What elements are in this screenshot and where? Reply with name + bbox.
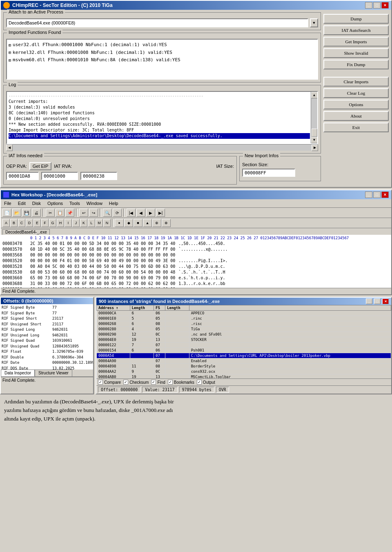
col-length2[interactable]: Length bbox=[165, 305, 189, 311]
hex-minimize-btn[interactable]: _ bbox=[365, 191, 372, 198]
hex-menu-tools[interactable]: Tools bbox=[66, 200, 83, 207]
close-button[interactable]: ✕ bbox=[381, 2, 389, 9]
toolbar-print[interactable]: 🖨 bbox=[32, 209, 41, 217]
toolbar-btn-a[interactable]: A bbox=[2, 219, 10, 227]
fix-dump-button[interactable]: Fix Dump bbox=[323, 60, 389, 69]
exit-button[interactable]: Exit bbox=[323, 122, 389, 132]
hscroll-left-btn[interactable]: ◀ bbox=[6, 145, 13, 151]
toolbar-btn-t[interactable]: ⊗ bbox=[162, 219, 171, 227]
hex-file-tab[interactable]: DecodedBase64-_.exe bbox=[2, 229, 50, 235]
bookmarks-checkbox[interactable]: ✓ Bookmarks bbox=[168, 380, 194, 385]
toolbar-btn-j[interactable]: J bbox=[72, 219, 80, 227]
toolbar-btn-g[interactable]: G bbox=[49, 219, 56, 227]
hex-menu-disk[interactable]: Disk bbox=[29, 200, 44, 207]
toolbar-btn-l[interactable]: L bbox=[88, 219, 95, 227]
find-checkbox[interactable]: ✓ Find bbox=[151, 380, 165, 385]
scroll-up-btn[interactable]: ▲ bbox=[311, 92, 318, 98]
iat-rva-input[interactable] bbox=[41, 172, 78, 180]
toolbar-btn-d[interactable]: D bbox=[26, 219, 33, 227]
toolbar-btn-h[interactable]: H bbox=[57, 219, 64, 227]
clear-log-button[interactable]: Clear Log bbox=[323, 88, 389, 98]
tab-data-inspector[interactable]: Data Inspector bbox=[1, 369, 35, 376]
toolbar-cut[interactable]: ✂ bbox=[46, 209, 55, 217]
strings-row[interactable]: 00004AA2 9 0C cons932.ocx bbox=[97, 369, 391, 374]
hex-bytes[interactable]: 60 00 53 00 60 00 68 00 60 00 74 00 60 0… bbox=[30, 269, 175, 275]
strings-row[interactable]: 00000268 6 08 .risc bbox=[97, 321, 391, 327]
toolbar-btn-p[interactable]: ◆ bbox=[124, 219, 133, 227]
hex-menu-help[interactable]: Help bbox=[106, 200, 122, 207]
scroll-track[interactable] bbox=[311, 98, 317, 137]
toolbar-undo[interactable]: ↩ bbox=[79, 209, 88, 217]
get-imports-button[interactable]: Get Imports bbox=[323, 37, 389, 47]
checksum-cb[interactable]: ✓ bbox=[123, 380, 128, 385]
log-hscroll[interactable]: ◀ ▶ bbox=[6, 144, 318, 151]
expand-icon-1[interactable]: ⊞ bbox=[9, 42, 11, 48]
compare-cb[interactable]: ✓ bbox=[98, 380, 103, 385]
hex-menu-file[interactable]: File bbox=[1, 200, 15, 207]
toolbar-btn-c[interactable]: C bbox=[18, 219, 25, 227]
strings-close-btn[interactable]: ✕ bbox=[382, 298, 389, 304]
hex-bytes[interactable]: 00 00 00 00 F4 01 00 00 50 69 40 00 49 0… bbox=[30, 258, 175, 264]
scroll-down-btn[interactable]: ▼ bbox=[311, 137, 318, 143]
strings-row[interactable]: 00000290 12 0C .nc and SFx00l bbox=[97, 332, 391, 337]
hex-bytes[interactable]: 31 00 33 00 00 72 00 6F 00 6B 00 65 00 7… bbox=[30, 281, 175, 287]
hscroll-right-btn[interactable]: ▶ bbox=[312, 145, 318, 151]
toolbar-btn-r[interactable]: ▲ bbox=[143, 219, 152, 227]
toolbar-btn-o[interactable]: ● bbox=[115, 219, 124, 227]
strings-row[interactable]: 00004AB0 19 13 MSComctLib.Toolbar bbox=[97, 374, 391, 379]
toolbar-btn-n[interactable]: N bbox=[103, 219, 111, 227]
section-size-input[interactable] bbox=[242, 169, 295, 177]
output-checkbox[interactable]: ✓ Output bbox=[197, 380, 215, 385]
toolbar-btn-s[interactable]: ⊕ bbox=[152, 219, 161, 227]
toolbar-btn-q[interactable]: ■ bbox=[134, 219, 143, 227]
oep-rva-input[interactable] bbox=[6, 172, 39, 180]
toolbar-redo[interactable]: ↪ bbox=[89, 209, 98, 217]
strings-row[interactable]: 000004E0 19 13 STOCKER bbox=[97, 337, 391, 343]
about-button[interactable]: About bbox=[323, 111, 389, 121]
toolbar-nav-start[interactable]: |◀ bbox=[127, 209, 136, 217]
col-fs[interactable]: FS bbox=[154, 305, 165, 311]
hex-bytes[interactable]: 60 1D 40 00 5C 35 40 00 68 88 0E 05 9C 7… bbox=[30, 247, 175, 252]
strings-row[interactable]: 00000122 7 07 bbox=[97, 343, 391, 348]
toolbar-btn-m[interactable]: M bbox=[96, 219, 103, 227]
hex-bytes[interactable]: 2C 35 40 00 01 00 00 00 5D 34 00 00 00 3… bbox=[30, 241, 175, 247]
output-cb[interactable]: ✓ bbox=[197, 380, 202, 385]
log-scrollbar[interactable]: ▲ ▼ bbox=[311, 92, 317, 143]
iat-autosearch-button[interactable]: IAT AutoSearch bbox=[323, 25, 389, 35]
col-value[interactable] bbox=[189, 305, 391, 311]
toolbar-new[interactable]: 📄 bbox=[2, 209, 11, 217]
expand-icon-2[interactable]: ⊞ bbox=[9, 49, 11, 56]
toolbar-nav-next[interactable]: ▶ bbox=[146, 209, 155, 217]
hscroll-track[interactable] bbox=[13, 145, 312, 151]
strings-row[interactable]: 00000154 6 06 Psh001 bbox=[97, 348, 391, 353]
strings-row[interactable]: 00000280 4 05 TiGa bbox=[97, 327, 391, 332]
toolbar-copy[interactable]: 📋 bbox=[56, 209, 65, 217]
toolbar-btn-k[interactable]: K bbox=[80, 219, 87, 227]
options-button[interactable]: Options bbox=[323, 100, 389, 109]
toolbar-save[interactable]: 💾 bbox=[22, 209, 31, 217]
hex-menu-window[interactable]: Window bbox=[83, 200, 106, 207]
show-invalid-button[interactable]: Show Invalid bbox=[323, 48, 389, 58]
scroll-thumb[interactable] bbox=[312, 129, 317, 137]
process-combo[interactable]: DecodedBase64.exe (00000FE8) bbox=[6, 18, 308, 27]
strings-row[interactable]: 000001E0 5 05 .rinc bbox=[97, 316, 391, 321]
iat-size-input[interactable] bbox=[80, 172, 117, 180]
bookmarks-cb[interactable]: ✓ bbox=[168, 380, 173, 385]
toolbar-nav-end[interactable]: ▶| bbox=[156, 209, 165, 217]
strings-minimize-btn[interactable]: _ bbox=[366, 298, 372, 304]
clear-imports-button[interactable]: Clear Imports bbox=[323, 77, 389, 87]
checksum-checkbox[interactable]: ✓ Checksum bbox=[123, 380, 149, 385]
toolbar-btn-i[interactable]: I bbox=[65, 219, 72, 227]
find-cb[interactable]: ✓ bbox=[151, 380, 156, 385]
toolbar-find[interactable]: 🔍 bbox=[103, 209, 112, 217]
toolbar-nav-prev[interactable]: ◀ bbox=[136, 209, 145, 217]
process-combo-arrow[interactable]: ▼ bbox=[310, 18, 318, 27]
col-length1[interactable]: Length bbox=[130, 305, 154, 311]
toolbar-btn-e[interactable]: E bbox=[33, 219, 41, 227]
expand-icon-3[interactable]: ⊞ bbox=[9, 57, 11, 63]
hex-close-btn[interactable]: ✕ bbox=[381, 191, 389, 198]
hex-bytes[interactable]: 00 A0 04 5C 00 40 03 00 44 00 50 00 44 0… bbox=[30, 264, 175, 269]
hex-bytes[interactable]: 00 00 00 00 00 00 00 00 00 00 00 00 00 0… bbox=[30, 252, 175, 258]
toolbar-replace[interactable]: ⟳ bbox=[113, 209, 122, 217]
strings-row[interactable]: 0000A54 07 C:\Documents and Settings\CUR… bbox=[97, 353, 391, 358]
